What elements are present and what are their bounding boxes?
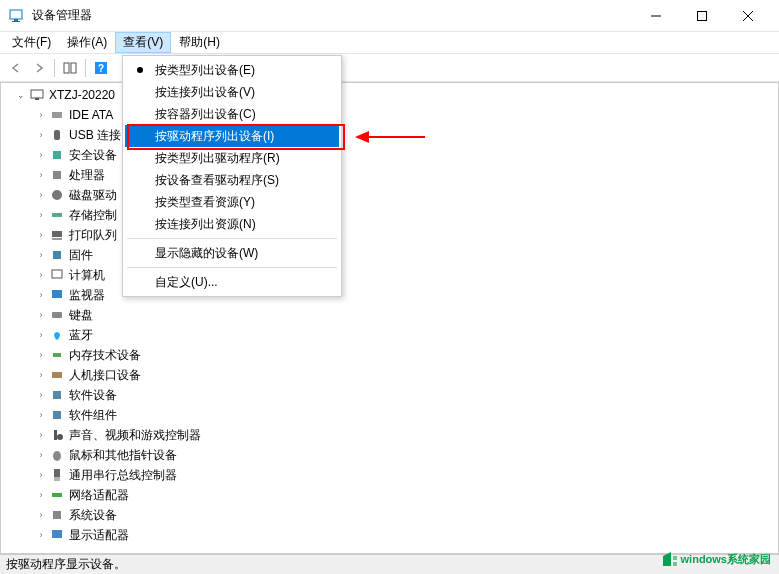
tree-node[interactable]: ›系统设备 — [1, 505, 778, 525]
tree-node[interactable]: ›计算机 — [1, 265, 778, 285]
expand-icon[interactable]: › — [35, 249, 47, 261]
tree-node[interactable]: ›监视器 — [1, 285, 778, 305]
menu-item[interactable]: 按类型查看资源(Y) — [125, 191, 339, 213]
expand-icon[interactable]: › — [35, 329, 47, 341]
help-button[interactable]: ? — [90, 57, 112, 79]
expand-icon[interactable]: › — [35, 409, 47, 421]
menu-item[interactable]: 显示隐藏的设备(W) — [125, 242, 339, 264]
svg-rect-19 — [52, 231, 62, 237]
svg-rect-22 — [52, 270, 62, 278]
tree-node[interactable]: ›人机接口设备 — [1, 365, 778, 385]
expand-icon[interactable]: › — [35, 469, 47, 481]
expand-icon[interactable]: › — [35, 269, 47, 281]
tree-node[interactable]: ›通用串行总线控制器 — [1, 465, 778, 485]
menu-item[interactable]: 按类型列出驱动程序(R) — [125, 147, 339, 169]
svg-rect-18 — [52, 213, 62, 217]
expand-icon[interactable]: › — [35, 389, 47, 401]
menu-item[interactable]: 自定义(U)... — [125, 271, 339, 293]
expand-icon[interactable]: › — [35, 229, 47, 241]
tree-node[interactable]: ›USB 连接 — [1, 125, 778, 145]
expand-icon[interactable]: › — [35, 189, 47, 201]
expand-icon[interactable]: › — [35, 429, 47, 441]
tree-node[interactable]: ›固件 — [1, 245, 778, 265]
tree-node-label: 固件 — [69, 247, 93, 264]
device-category-icon — [49, 307, 65, 323]
watermark-icon — [661, 550, 679, 568]
svg-rect-0 — [10, 10, 22, 19]
expand-icon[interactable]: › — [35, 349, 47, 361]
menu-item[interactable]: 按容器列出设备(C) — [125, 103, 339, 125]
tree-node-label: 声音、视频和游戏控制器 — [69, 427, 201, 444]
svg-rect-40 — [673, 562, 677, 566]
svg-rect-38 — [673, 556, 677, 560]
minimize-button[interactable] — [633, 0, 679, 32]
tree-node[interactable]: ›网络适配器 — [1, 485, 778, 505]
tree-node[interactable]: ›安全设备 — [1, 145, 778, 165]
tree-root[interactable]: ⌄ XTZJ-20220 — [1, 85, 778, 105]
menu-item-label: 按类型列出驱动程序(R) — [155, 150, 280, 167]
view-mode-button[interactable] — [59, 57, 81, 79]
tree-node[interactable]: ›声音、视频和游戏控制器 — [1, 425, 778, 445]
menu-item[interactable]: 按设备查看驱动程序(S) — [125, 169, 339, 191]
svg-rect-32 — [54, 469, 60, 477]
tree-node[interactable]: ›处理器 — [1, 165, 778, 185]
expand-icon[interactable]: › — [35, 169, 47, 181]
menu-item-label: 按连接列出设备(V) — [155, 84, 255, 101]
expand-icon[interactable]: › — [35, 129, 47, 141]
device-category-icon — [49, 347, 65, 363]
nav-forward-button[interactable] — [28, 57, 50, 79]
svg-rect-29 — [54, 430, 57, 440]
menu-item-label: 按设备查看驱动程序(S) — [155, 172, 279, 189]
menu-item[interactable]: 按驱动程序列出设备(I) — [125, 125, 339, 147]
expand-icon[interactable]: › — [35, 369, 47, 381]
expand-icon[interactable]: › — [35, 209, 47, 221]
tree-node[interactable]: ›显示适配器 — [1, 525, 778, 545]
menu-view[interactable]: 查看(V) — [115, 32, 171, 53]
expand-icon[interactable]: › — [35, 529, 47, 541]
menu-item[interactable]: 按连接列出设备(V) — [125, 81, 339, 103]
expand-icon[interactable]: › — [35, 149, 47, 161]
tree-node-label: 处理器 — [69, 167, 105, 184]
tree-root-label: XTZJ-20220 — [49, 88, 115, 102]
expand-icon[interactable]: › — [35, 289, 47, 301]
tree-node[interactable]: ›打印队列 — [1, 225, 778, 245]
tree-node[interactable]: ›磁盘驱动 — [1, 185, 778, 205]
expand-icon[interactable]: ⌄ — [15, 89, 27, 101]
tree-node-label: 鼠标和其他指针设备 — [69, 447, 177, 464]
menu-item[interactable]: 按连接列出资源(N) — [125, 213, 339, 235]
svg-rect-20 — [52, 238, 62, 240]
tree-node[interactable]: ›蓝牙 — [1, 325, 778, 345]
menu-item[interactable]: 按类型列出设备(E) — [125, 59, 339, 81]
tree-node-label: 软件设备 — [69, 387, 117, 404]
device-category-icon — [49, 187, 65, 203]
expand-icon[interactable]: › — [35, 509, 47, 521]
menu-item-label: 按驱动程序列出设备(I) — [155, 128, 274, 145]
tree-node[interactable]: ›软件组件 — [1, 405, 778, 425]
menu-file[interactable]: 文件(F) — [4, 32, 59, 53]
expand-icon[interactable]: › — [35, 309, 47, 321]
menu-help[interactable]: 帮助(H) — [171, 32, 228, 53]
menu-item-label: 显示隐藏的设备(W) — [155, 245, 258, 262]
expand-icon[interactable]: › — [35, 489, 47, 501]
expand-icon[interactable]: › — [35, 449, 47, 461]
svg-rect-21 — [53, 251, 61, 259]
menu-action[interactable]: 操作(A) — [59, 32, 115, 53]
close-button[interactable] — [725, 0, 771, 32]
svg-rect-15 — [53, 151, 61, 159]
tree-node[interactable]: ›键盘 — [1, 305, 778, 325]
tree-node[interactable]: ›鼠标和其他指针设备 — [1, 445, 778, 465]
computer-icon — [29, 87, 45, 103]
svg-rect-33 — [52, 493, 62, 497]
svg-rect-4 — [698, 11, 707, 20]
maximize-button[interactable] — [679, 0, 725, 32]
tree-node-label: 存储控制 — [69, 207, 117, 224]
tree-node[interactable]: ›IDE ATA — [1, 105, 778, 125]
svg-rect-25 — [53, 353, 61, 357]
tree-node[interactable]: ›内存技术设备 — [1, 345, 778, 365]
tree-node[interactable]: ›存储控制 — [1, 205, 778, 225]
tree-node[interactable]: ›软件设备 — [1, 385, 778, 405]
expand-icon[interactable]: › — [35, 109, 47, 121]
svg-rect-14 — [54, 130, 60, 140]
device-category-icon — [49, 447, 65, 463]
nav-back-button[interactable] — [4, 57, 26, 79]
